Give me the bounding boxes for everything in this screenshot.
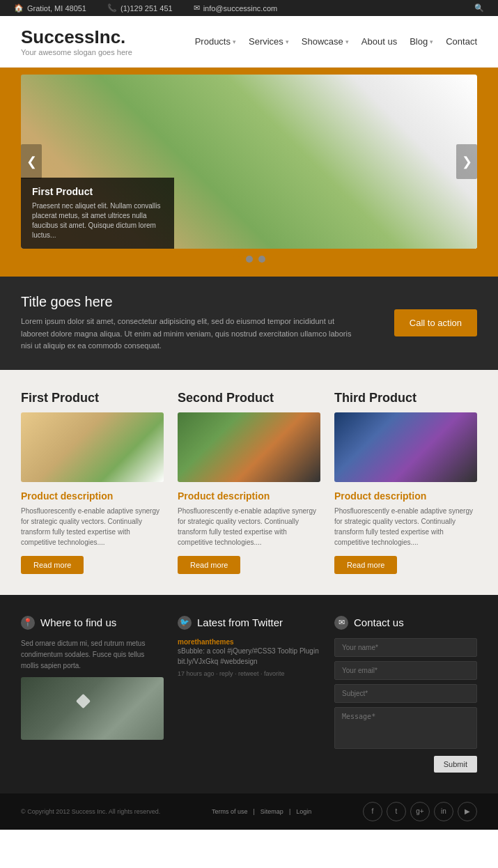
products-section: First Product Product description Phosfl… [0,370,498,595]
product-1-image [21,412,164,482]
product-card-3: Third Product Product description Phosfl… [334,391,477,574]
product-3-title: Third Product [334,391,477,405]
email: ✉ info@successinc.com [194,3,278,13]
twitter-meta: 17 hours ago · reply · retweet · favorit… [178,670,320,677]
cta-text: Title goes here Lorem ipsum dolor sit am… [21,294,380,352]
facebook-icon[interactable]: f [363,802,382,821]
main-nav: Products ▾ Services ▾ Showcase ▾ About u… [195,36,477,47]
phone: 📞 (1)129 251 451 [107,3,173,13]
slider-dot-1[interactable] [233,256,240,263]
slider-dot-2[interactable] [246,256,253,263]
slider-dots [21,256,477,263]
mail-icon: ✉ [334,616,348,630]
slider-dot-3[interactable] [258,256,265,263]
footer-twitter: 🐦 Latest from Twitter morethanthemes sBu… [178,616,320,773]
contact-name-input[interactable] [334,638,477,657]
product-1-read-more[interactable]: Read more [21,556,84,574]
googleplus-icon[interactable]: g+ [410,802,430,821]
product-3-desc-text: Phosfluorescently e-enable adaptive syne… [334,506,477,548]
contact-subject-input[interactable] [334,684,477,703]
youtube-icon[interactable]: ▶ [458,802,477,821]
email-icon: ✉ [194,3,200,13]
product-1-desc-text: Phosfluorescently e-enable adaptive syne… [21,506,164,548]
nav-contact[interactable]: Contact [446,36,477,47]
contact-submit-button[interactable]: Submit [434,756,477,773]
login-link[interactable]: Login [296,808,311,815]
chevron-down-icon: ▾ [233,38,236,45]
chevron-down-icon: ▾ [345,38,349,45]
slider-description: Praesent nec aliquet elit. Nullam conval… [32,201,163,240]
logo-title: SuccessInc. [21,26,132,48]
twitter-icon: 🐦 [178,616,192,630]
product-3-desc-title: Product description [334,490,477,502]
top-bar: 🏠 Gratiot, MI 48051 📞 (1)129 251 451 ✉ i… [0,0,498,16]
header: SuccessInc. Your awesome slogan goes her… [0,16,498,68]
products-grid: First Product Product description Phosfl… [21,391,477,574]
slider-prev-button[interactable]: ❮ [21,144,42,179]
terms-link[interactable]: Terms of use [212,808,248,815]
footer-map [21,677,164,740]
product-card-1: First Product Product description Phosfl… [21,391,164,574]
product-1-desc-title: Product description [21,490,164,502]
copyright: © Copyright 2012 Success Inc. All rights… [21,808,160,815]
slider-image: First Product Praesent nec aliquet elit.… [21,75,477,249]
slider: First Product Praesent nec aliquet elit.… [21,75,477,249]
phone-icon: 📞 [107,3,117,13]
twitter-social-icon[interactable]: t [387,802,406,821]
product-2-image [178,412,320,482]
cta-title: Title goes here [21,294,380,310]
cta-button[interactable]: Call to action [394,309,477,336]
twitter-tweet: sBubble: a cool #jQuery/#CSS3 Tooltip Pl… [178,646,320,667]
search-icon[interactable]: 🔍 [474,3,484,13]
linkedin-icon[interactable]: in [434,802,453,821]
chevron-down-icon: ▾ [430,38,433,45]
address: 🏠 Gratiot, MI 48051 [14,3,86,13]
cta-description: Lorem ipsum dolor sit amet, consectetur … [21,316,355,352]
cta-section: Title goes here Lorem ipsum dolor sit am… [0,277,498,370]
home-icon: 🏠 [14,3,24,13]
product-1-title: First Product [21,391,164,405]
footer-section: 📍 Where to find us Sed ornare dictum mi,… [0,595,498,793]
footer-contact-title: ✉ Contact us [334,616,477,630]
footer-location-text: Sed ornare dictum mi, sed rutrum metus c… [21,638,164,672]
footer-twitter-title: 🐦 Latest from Twitter [178,616,320,630]
slider-title: First Product [32,186,163,197]
contact-email-input[interactable] [334,661,477,680]
twitter-username: morethanthemes [178,638,320,646]
hero-section: First Product Praesent nec aliquet elit.… [0,68,498,277]
nav-services[interactable]: Services ▾ [249,36,289,47]
slider-overlay: First Product Praesent nec aliquet elit.… [21,178,174,249]
logo: SuccessInc. Your awesome slogan goes her… [21,26,132,56]
contact-message-input[interactable] [334,707,477,749]
nav-showcase[interactable]: Showcase ▾ [302,36,349,47]
footer-location-title: 📍 Where to find us [21,616,164,630]
location-icon: 📍 [21,616,35,630]
product-2-read-more[interactable]: Read more [178,556,240,574]
footer-location: 📍 Where to find us Sed ornare dictum mi,… [21,616,164,773]
logo-slogan: Your awesome slogan goes here [21,48,132,56]
bottom-links: Terms of use | Sitemap | Login [212,808,311,815]
social-icons: f t g+ in ▶ [363,802,477,821]
sitemap-link[interactable]: Sitemap [260,808,283,815]
slider-next-button[interactable]: ❯ [456,144,477,179]
nav-products[interactable]: Products ▾ [195,36,236,47]
nav-about[interactable]: About us [361,36,397,47]
product-3-image [334,412,477,482]
nav-blog[interactable]: Blog ▾ [410,36,433,47]
chevron-down-icon: ▾ [286,38,289,45]
product-2-desc-title: Product description [178,490,320,502]
product-2-desc-text: Phosfluorescently e-enable adaptive syne… [178,506,320,548]
product-card-2: Second Product Product description Phosf… [178,391,320,574]
product-3-read-more[interactable]: Read more [334,556,397,574]
footer-contact: ✉ Contact us Submit [334,616,477,773]
contact-form: Submit [334,638,477,773]
bottom-bar: © Copyright 2012 Success Inc. All rights… [0,793,498,830]
product-2-title: Second Product [178,391,320,405]
